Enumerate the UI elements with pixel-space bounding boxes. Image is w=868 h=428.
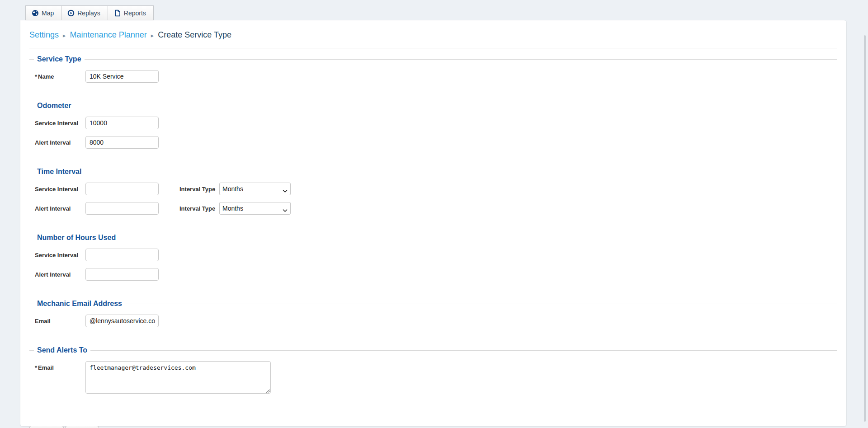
cancel-button[interactable]: Cancel [65,426,99,428]
breadcrumb-settings-link[interactable]: Settings [29,30,59,40]
breadcrumb: Settings ▸ Maintenance Planner ▸ Create … [29,20,837,40]
hours-alert-interval-input[interactable] [85,268,159,281]
hours-service-interval-input[interactable] [85,249,159,261]
tab-map[interactable]: Map [25,5,61,20]
section-hours-used-title: Number of Hours Used [34,234,119,242]
vertical-scrollbar[interactable] [864,35,866,422]
service-interval-label: Service Interval [35,183,85,193]
name-label: *Name [35,70,85,80]
time-alert-interval-input[interactable] [85,202,159,215]
top-tab-bar: Map Replays Reports [25,5,154,20]
form-row-name: *Name [35,70,837,83]
interval-type-label: Interval Type [179,183,219,193]
alert-email-label: *Email [35,361,85,371]
section-service-type: Service Type *Name [29,55,837,95]
section-mechanic-email: Mechanic Email Address Email [29,300,837,339]
time-service-interval-input[interactable] [85,183,159,195]
odometer-alert-interval-input[interactable] [85,136,159,149]
play-icon [67,9,75,17]
form-row-odometer-alert-interval: Alert Interval [35,136,837,149]
form-row-time-service-interval: Service Interval Interval Type Months [35,183,837,195]
form-row-odometer-service-interval: Service Interval [35,117,837,129]
interval-type-label: Interval Type [179,202,219,212]
tab-reports[interactable]: Reports [108,5,154,20]
alert-interval-type-select[interactable]: Months [219,202,291,215]
section-odometer: Odometer Service Interval Alert Interval [29,102,837,161]
section-time-interval-title: Time Interval [34,168,85,176]
section-send-alerts: Send Alerts To *Email fleetmanager@trade… [29,346,837,408]
email-label: Email [35,315,85,325]
section-hours-used: Number of Hours Used Service Interval Al… [29,234,837,293]
form-row-time-alert-interval: Alert Interval Interval Type Months [35,202,837,215]
section-time-interval: Time Interval Service Interval Interval … [29,168,837,227]
required-mark: * [35,364,37,371]
section-mechanic-email-title: Mechanic Email Address [34,300,125,308]
name-input[interactable] [85,70,159,83]
tab-replays[interactable]: Replays [61,5,108,20]
content-panel: Settings ▸ Maintenance Planner ▸ Create … [20,20,847,427]
form-row-hours-service-interval: Service Interval [35,249,837,261]
mechanic-email-input[interactable] [85,315,159,327]
document-icon [114,9,121,17]
alert-interval-label: Alert Interval [35,202,85,212]
globe-icon [32,9,39,17]
breadcrumb-maintenance-planner-link[interactable]: Maintenance Planner [70,30,147,40]
tab-reports-label: Reports [124,9,146,17]
form-actions: Update Cancel [29,426,837,428]
update-button[interactable]: Update [29,426,64,428]
page-title: Create Service Type [158,30,231,40]
section-send-alerts-title: Send Alerts To [34,346,90,354]
tab-replays-label: Replays [77,9,100,17]
service-interval-label: Service Interval [35,117,85,127]
service-interval-label: Service Interval [35,249,85,259]
section-odometer-title: Odometer [34,102,75,110]
breadcrumb-separator-icon: ▸ [151,31,154,39]
form-row-hours-alert-interval: Alert Interval [35,268,837,281]
alert-interval-label: Alert Interval [35,136,85,146]
section-service-type-title: Service Type [34,55,85,63]
odometer-service-interval-input[interactable] [85,117,159,129]
service-interval-type-select[interactable]: Months [219,183,291,195]
tab-map-label: Map [42,9,54,17]
alert-email-textarea[interactable]: fleetmanager@tradeservices.com [85,361,271,394]
alert-interval-label: Alert Interval [35,268,85,278]
breadcrumb-divider [29,48,837,48]
required-mark: * [35,73,37,80]
form-row-mechanic-email: Email [35,315,837,327]
breadcrumb-separator-icon: ▸ [63,31,66,39]
form-row-alert-email: *Email fleetmanager@tradeservices.com [35,361,837,395]
